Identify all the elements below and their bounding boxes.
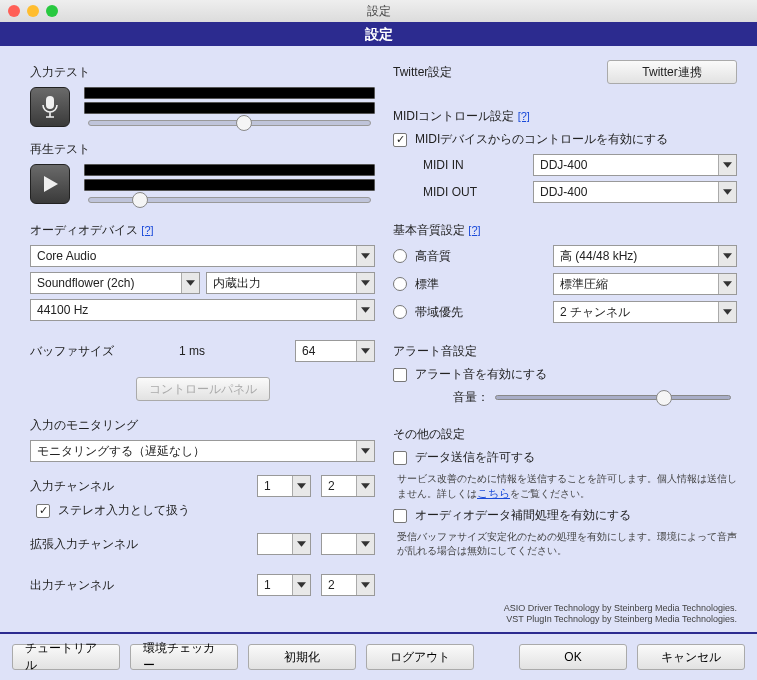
chevron-down-icon: [718, 246, 736, 266]
input-ch2-value: 2: [328, 479, 335, 493]
output-ch2-select[interactable]: 2: [321, 574, 375, 596]
chevron-down-icon: [181, 273, 199, 293]
chevron-down-icon: [356, 575, 374, 595]
audio-comp-label: オーディオデータ補間処理を有効にする: [415, 507, 631, 524]
input-test-label: 入力テスト: [30, 64, 375, 81]
midi-enable-checkbox[interactable]: ✓: [393, 133, 407, 147]
input-ch2-select[interactable]: 2: [321, 475, 375, 497]
chevron-down-icon: [356, 534, 374, 554]
sample-rate-select[interactable]: 44100 Hz: [30, 299, 375, 321]
stereo-input-label: ステレオ入力として扱う: [58, 502, 190, 519]
midi-out-value: DDJ-400: [540, 185, 587, 199]
svg-marker-12: [297, 582, 306, 587]
quality-high-select[interactable]: 高 (44/48 kHz): [553, 245, 737, 267]
svg-marker-13: [361, 582, 370, 587]
quality-std-radio[interactable]: [393, 277, 407, 291]
midi-out-label: MIDI OUT: [423, 185, 523, 199]
input-channel-label: 入力チャンネル: [30, 478, 247, 495]
env-checker-button[interactable]: 環境チェッカー: [130, 644, 238, 670]
titlebar: 設定: [0, 0, 757, 22]
svg-marker-9: [361, 483, 370, 488]
page-title: 設定: [0, 22, 757, 46]
logout-button[interactable]: ログアウト: [366, 644, 474, 670]
midi-in-label: MIDI IN: [423, 158, 523, 172]
close-window-button[interactable]: [8, 5, 20, 17]
twitter-label: Twitter設定: [393, 64, 452, 81]
output-device-select[interactable]: 内蔵出力: [206, 272, 376, 294]
quality-band-radio[interactable]: [393, 305, 407, 319]
output-channel-label: 出力チャンネル: [30, 577, 247, 594]
svg-marker-6: [361, 348, 370, 353]
output-gain-slider[interactable]: [88, 197, 371, 203]
midi-help[interactable]: [?]: [518, 110, 530, 122]
credit-vst: VST PlugIn Technology by Steinberg Media…: [393, 614, 737, 626]
output-meter-r: [84, 179, 375, 191]
midi-in-select[interactable]: DDJ-400: [533, 154, 737, 176]
input-meter-r: [84, 102, 375, 114]
audio-comp-checkbox[interactable]: [393, 509, 407, 523]
ext-input-ch2-select[interactable]: [321, 533, 375, 555]
ext-input-ch1-select[interactable]: [257, 533, 311, 555]
cancel-button[interactable]: キャンセル: [637, 644, 745, 670]
chevron-down-icon: [718, 302, 736, 322]
data-send-checkbox[interactable]: [393, 451, 407, 465]
input-ch1-select[interactable]: 1: [257, 475, 311, 497]
minimize-window-button[interactable]: [27, 5, 39, 17]
monitoring-select[interactable]: モニタリングする（遅延なし）: [30, 440, 375, 462]
tutorial-button[interactable]: チュートリアル: [12, 644, 120, 670]
chevron-down-icon: [292, 534, 310, 554]
ok-button[interactable]: OK: [519, 644, 627, 670]
input-ch1-value: 1: [264, 479, 271, 493]
midi-in-value: DDJ-400: [540, 158, 587, 172]
quality-std-label: 標準: [415, 276, 439, 293]
audio-comp-desc: 受信バッファサイズ安定化のための処理を有効にします。環境によって音声が乱れる場合…: [393, 530, 737, 558]
play-button[interactable]: [30, 164, 70, 204]
midi-out-select[interactable]: DDJ-400: [533, 181, 737, 203]
playback-test-label: 再生テスト: [30, 141, 375, 158]
svg-marker-18: [723, 309, 732, 314]
quality-std-value: 標準圧縮: [560, 276, 608, 293]
chevron-down-icon: [718, 274, 736, 294]
record-button[interactable]: [30, 87, 70, 127]
chevron-down-icon: [356, 341, 374, 361]
buffer-size-value: 64: [302, 344, 315, 358]
buffer-size-select[interactable]: 64: [295, 340, 375, 362]
quality-help[interactable]: [?]: [468, 224, 480, 236]
output-meter-l: [84, 164, 375, 176]
svg-marker-17: [723, 281, 732, 286]
stereo-input-checkbox[interactable]: ✓: [36, 504, 50, 518]
chevron-down-icon: [718, 182, 736, 202]
chevron-down-icon: [356, 246, 374, 266]
maximize-window-button[interactable]: [46, 5, 58, 17]
window-title: 設定: [367, 3, 391, 20]
alert-volume-slider[interactable]: [495, 395, 731, 400]
quality-high-value: 高 (44/48 kHz): [560, 248, 637, 265]
audio-device-select[interactable]: Core Audio: [30, 245, 375, 267]
svg-marker-4: [361, 280, 370, 285]
chevron-down-icon: [718, 155, 736, 175]
quality-high-radio[interactable]: [393, 249, 407, 263]
svg-marker-8: [297, 483, 306, 488]
svg-marker-5: [361, 307, 370, 312]
data-send-link[interactable]: こちら: [477, 487, 510, 499]
audio-device-help[interactable]: [?]: [141, 224, 153, 236]
output-ch1-select[interactable]: 1: [257, 574, 311, 596]
quality-std-select[interactable]: 標準圧縮: [553, 273, 737, 295]
svg-marker-11: [361, 541, 370, 546]
chevron-down-icon: [356, 476, 374, 496]
reset-button[interactable]: 初期化: [248, 644, 356, 670]
input-device-select[interactable]: Soundflower (2ch): [30, 272, 200, 294]
ext-input-channel-label: 拡張入力チャンネル: [30, 536, 247, 553]
svg-marker-15: [723, 189, 732, 194]
output-ch1-value: 1: [264, 578, 271, 592]
twitter-link-button[interactable]: Twitter連携: [607, 60, 737, 84]
input-gain-slider[interactable]: [88, 120, 371, 126]
output-ch2-value: 2: [328, 578, 335, 592]
quality-band-value: 2 チャンネル: [560, 304, 630, 321]
input-device-value: Soundflower (2ch): [37, 276, 134, 290]
buffer-latency: 1 ms: [179, 344, 205, 358]
credit-asio: ASIO Driver Technology by Steinberg Medi…: [393, 603, 737, 615]
quality-band-select[interactable]: 2 チャンネル: [553, 301, 737, 323]
alert-enable-checkbox[interactable]: [393, 368, 407, 382]
midi-enable-label: MIDIデバイスからのコントロールを有効にする: [415, 131, 668, 148]
